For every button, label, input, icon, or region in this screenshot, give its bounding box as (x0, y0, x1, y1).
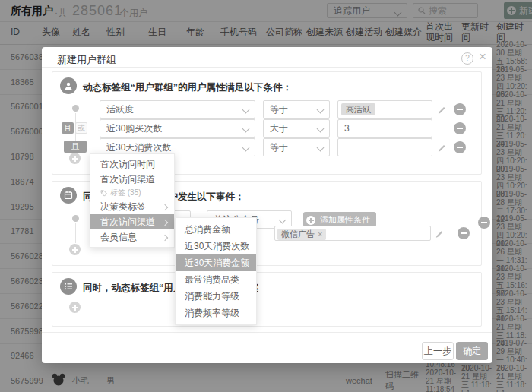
plus-icon (306, 216, 315, 225)
remove-event-icon[interactable] (478, 217, 490, 229)
divider (42, 332, 492, 333)
menu-item-first-visit-channel-group[interactable]: 首次访问渠道 (90, 214, 174, 229)
list-icon (60, 278, 77, 295)
chevron-down-icon (317, 125, 325, 133)
timeline-line (75, 223, 76, 243)
value-input[interactable]: 3 (337, 119, 432, 138)
section-header: 动态标签组“用户群组”的用户属性满足以下条件： (83, 81, 292, 94)
and-toggle[interactable]: 且 (64, 141, 87, 153)
chevron-down-icon (279, 217, 287, 224)
operator-select[interactable]: 等于 (263, 100, 330, 119)
remove-tag-icon[interactable]: × (318, 229, 322, 240)
remove-condition-icon[interactable] (454, 103, 466, 115)
tag-icon (100, 190, 107, 197)
modal-title: 新建用户群组 (57, 53, 116, 67)
chevron-down-icon (242, 144, 250, 152)
submenu-item-30d-spend-count[interactable]: 近30天消费次数 (176, 238, 256, 254)
timeline-dot (72, 105, 79, 112)
chevron-down-icon (317, 144, 325, 152)
submenu-arrow-icon (162, 204, 168, 210)
attribute-select[interactable]: 活跃度 (100, 100, 255, 119)
submenu-item-top-category[interactable]: 最常消费品类 (176, 271, 256, 288)
edit-icon[interactable] (437, 105, 446, 114)
and-toggle[interactable]: 且 (62, 122, 74, 134)
chevron-down-icon (242, 125, 250, 133)
or-toggle[interactable]: 或 (75, 122, 87, 134)
submenu-item-spend-ability-level[interactable]: 消费能力等级 (176, 288, 256, 305)
menu-item-decision-tags[interactable]: 决策类标签 (90, 199, 174, 214)
attribute-select[interactable]: 近30购买次数 (100, 119, 255, 138)
submenu-item-30d-spend-amount[interactable]: 近30天消费金额 (176, 254, 256, 271)
timeline-dot (72, 215, 79, 222)
submenu-item-spend-frequency-level[interactable]: 消费频率等级 (176, 305, 256, 321)
previous-step-button[interactable]: 上一步 (422, 342, 454, 360)
chevron-down-icon (317, 106, 325, 114)
remove-condition-icon[interactable] (458, 227, 470, 239)
attribute-dropdown-menu: 首次访问时间 首次访问渠道 标签 (35) 决策类标签 首次访问渠道 会员信息 (90, 153, 175, 248)
value-tag: 微信广告 × (277, 229, 326, 240)
submenu-arrow-icon (162, 234, 168, 240)
submenu-arrow-icon (162, 219, 168, 225)
menu-item-first-visit-channel[interactable]: 首次访问渠道 (90, 172, 174, 187)
submenu-item-total-spend[interactable]: 总消费金额 (176, 221, 256, 238)
confirm-button[interactable]: 确定 (456, 342, 488, 360)
edit-icon[interactable] (435, 229, 444, 238)
menu-item-first-visit-time[interactable]: 首次访问时间 (90, 156, 174, 172)
operator-select[interactable]: 等于 (263, 138, 330, 156)
add-attribute-condition-button[interactable]: 添加属性条件 (303, 212, 376, 227)
edit-icon[interactable] (437, 143, 446, 152)
add-condition-icon[interactable] (69, 153, 81, 164)
second-event-section: 同时，动态标签组“用户群组”的用户发生以下事件： (52, 272, 482, 327)
add-event-icon[interactable] (69, 244, 81, 255)
attribute-submenu: 总消费金额 近30天消费次数 近30天消费金额 最常消费品类 消费能力等级 消费… (175, 217, 257, 325)
value-input[interactable] (337, 138, 432, 156)
value-tag: 高活跃 (341, 103, 375, 115)
add-event-icon[interactable] (69, 302, 81, 313)
menu-item-member-info[interactable]: 会员信息 (90, 229, 174, 245)
close-icon[interactable]: × (479, 49, 486, 65)
value-input[interactable]: 高活跃 (337, 100, 432, 119)
remove-condition-icon[interactable] (454, 141, 466, 153)
user-attribute-icon (60, 77, 77, 94)
menu-group-tags: 标签 (35) (90, 187, 174, 199)
event-icon (60, 187, 77, 204)
operator-select[interactable]: 大于 (263, 119, 330, 138)
event-value-field[interactable]: 微信广告 × (274, 226, 431, 241)
divider (42, 67, 492, 68)
remove-condition-icon[interactable] (454, 122, 466, 134)
help-icon[interactable]: ? (461, 52, 473, 65)
chevron-down-icon (242, 106, 250, 114)
app-window: 所有用户 ·共 285061 个用户 追踪用户 搜索 新建用户 ID 头像 姓名… (0, 0, 532, 392)
